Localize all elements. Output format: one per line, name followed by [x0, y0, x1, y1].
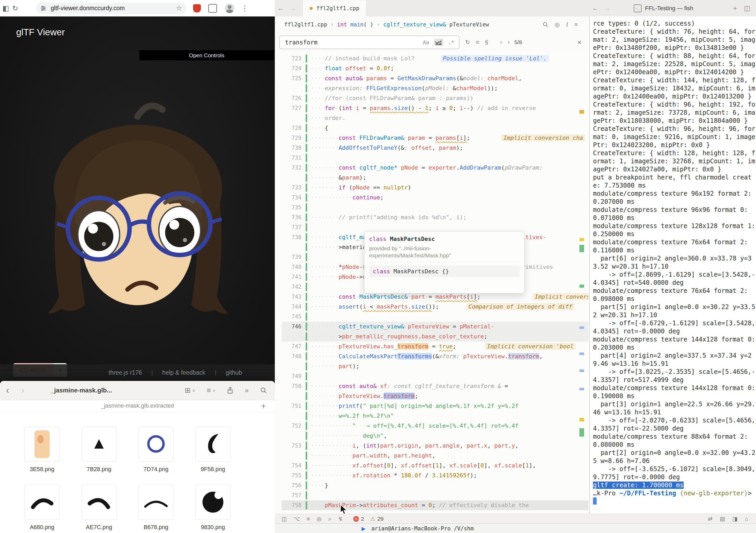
previous-match-icon[interactable]: ‹: [500, 39, 502, 46]
code-line[interactable]: 756····}: [282, 481, 588, 491]
terminal-output[interactable]: rce types: 0 (1/2, success)CreateTexture…: [590, 16, 756, 497]
code-line[interactable]: ····order.: [282, 113, 588, 123]
symbol-outline-icon[interactable]: ◎: [554, 21, 560, 28]
file-item[interactable]: B678.png: [127, 485, 184, 533]
file-thumbnail[interactable]: [138, 485, 174, 520]
breadcrumb[interactable]: ffl2gltf1.cpp › int main( ) › cgltf_text…: [275, 16, 588, 33]
terminal-nav-back-icon[interactable]: ←: [589, 4, 601, 12]
selection-search-icon[interactable]: §: [485, 39, 488, 46]
code-line[interactable]: 747········pTextureView.has_transform·=·…: [282, 342, 588, 351]
code-line[interactable]: 758····pMaskPrim->attributes_count·=·0;·…: [282, 500, 588, 510]
file-item[interactable]: 7D74.png: [127, 427, 184, 485]
code-line[interactable]: 757: [282, 491, 588, 500]
assistant-icon[interactable]: ⌂: [745, 516, 748, 522]
icon-view-button[interactable]: ⊞∨: [185, 386, 195, 395]
code-line[interactable]: ····expression:·FFLGetExpression(pModel:…: [282, 83, 588, 93]
ublock-extension-icon[interactable]: [193, 4, 201, 13]
collab-icon[interactable]: ◎: [317, 516, 321, 522]
tab-ffl2gltf1[interactable]: ffl2gltf1.cpp: [303, 0, 366, 16]
refresh-icon[interactable]: ↻: [10, 4, 21, 13]
code-line[interactable]: 723····//·instead·build·mask·Lol?Possibl…: [282, 54, 588, 64]
code-line[interactable]: 737: [282, 222, 588, 232]
code-line[interactable]: 726····//for·(const·FFLDrawParam&·param·…: [282, 93, 588, 103]
file-thumbnail[interactable]: [195, 427, 230, 462]
nav-back-icon[interactable]: ←: [275, 4, 287, 12]
code-line[interactable]: 753············i,·(int)part.origin,·part…: [282, 441, 588, 451]
code-line[interactable]: 727····for·(int·i·=·params.size()·-·1;·i…: [282, 103, 588, 113]
search-input[interactable]: transform Aa wd .*: [279, 36, 460, 49]
browser-menu-icon[interactable]: ⋮: [241, 4, 248, 13]
code-line[interactable]: ········pTextureView.transform;: [282, 391, 588, 401]
url-text[interactable]: gltf-viewer.donmccurdy.com: [51, 5, 176, 12]
quick-actions-icon[interactable]: ↯: [338, 516, 343, 522]
editor-scrollbar[interactable]: [579, 52, 586, 514]
file-item[interactable]: 9F58.png: [184, 427, 241, 485]
code-line[interactable]: ········&param);: [282, 173, 588, 182]
code-line[interactable]: 752············"···→·off=[%.4f,%.4f]·sca…: [282, 421, 588, 431]
terminal-toggle-icon[interactable]: ▤: [720, 516, 725, 522]
filter-icon[interactable]: ≡: [476, 39, 479, 46]
code-line[interactable]: 735: [282, 203, 588, 212]
regex-toggle[interactable]: .*: [448, 39, 454, 45]
search-query-text[interactable]: transform: [285, 39, 423, 46]
code-line[interactable]: 736········//·printf("adding·mask·idx·%d…: [282, 212, 588, 222]
file-thumbnail[interactable]: [25, 427, 60, 462]
inlay-hints-icon[interactable]: I: [566, 21, 568, 28]
file-item[interactable]: 3E58.png: [14, 427, 70, 485]
code-line[interactable]: 744········assert(i·<·maskParts.size());…: [282, 302, 588, 312]
footer-link[interactable]: three.js r176: [109, 369, 142, 376]
nav-forward-icon[interactable]: →: [287, 4, 299, 12]
outline-icon[interactable]: ≡: [307, 516, 310, 522]
project-panel-icon[interactable]: ◫: [282, 516, 287, 522]
code-line[interactable]: 729········const·FFLDrawParam&·param·=·p…: [282, 133, 588, 143]
address-bar[interactable]: gltf-viewer.donmccurdy.com ☆: [36, 3, 186, 14]
site-settings-icon[interactable]: [40, 5, 46, 12]
terminal-panel[interactable]: rce types: 0 (1/2, success)CreateTexture…: [589, 16, 756, 514]
back-button[interactable]: ‹: [0, 385, 15, 396]
file-thumbnail[interactable]: [82, 427, 117, 462]
file-item[interactable]: 7B28.png: [70, 427, 127, 485]
code-line[interactable]: 748········CalculateMaskPartTransforms(&…: [282, 351, 588, 361]
right-dock-toggle-icon[interactable]: ◨: [732, 516, 738, 522]
code-line[interactable]: 733········if·(pNode·==·nullptr): [282, 182, 588, 193]
file-item[interactable]: 9830.png: [184, 485, 241, 533]
file-thumbnail[interactable]: [195, 485, 230, 520]
more-toolbar-icon[interactable]: »: [245, 386, 249, 395]
file-thumbnail[interactable]: [25, 485, 60, 520]
code-line[interactable]: ········w=%.2f·h=%.2f\n": [282, 411, 588, 421]
case-sensitive-toggle[interactable]: Aa: [423, 39, 429, 45]
code-line[interactable]: 755············xf.rotation·*·180.0f·/·3.…: [282, 470, 588, 481]
search-close-icon[interactable]: ×: [578, 39, 581, 46]
code-line[interactable]: 731: [282, 153, 588, 163]
footer-link[interactable]: github: [226, 369, 242, 376]
whole-word-toggle[interactable]: wd: [434, 39, 443, 46]
next-match-icon[interactable]: ›: [508, 39, 510, 46]
buffer-search-icon[interactable]: [543, 22, 548, 27]
diagnostics-summary[interactable]: × 2 ⚠ 29: [353, 516, 384, 522]
forward-button[interactable]: ›: [15, 385, 30, 396]
code-line[interactable]: 730········AddOffsetToPlaneY(&:·offset,·…: [282, 143, 588, 153]
new-terminal-icon[interactable]: +: [733, 4, 737, 12]
code-line[interactable]: 751········printf("·part[%d]·origin=%d·a…: [282, 401, 588, 411]
code-line[interactable]: ········part);: [282, 361, 588, 371]
bookmark-star-icon[interactable]: ☆: [176, 4, 182, 12]
code-line[interactable]: 725····const·auto&·params·=·GetMaskDrawP…: [282, 73, 588, 83]
terminal-tab[interactable]: ›_ FFL-Testing — fish: [634, 4, 693, 12]
code-line[interactable]: 746········cgltf_texture_view&·pTextureV…: [282, 322, 588, 331]
code-line[interactable]: 749: [282, 371, 588, 381]
profile-avatar[interactable]: [225, 4, 234, 13]
code-line[interactable]: 732········const·cgltf_node*·pNode·=·exp…: [282, 163, 588, 173]
file-thumbnail[interactable]: [138, 427, 174, 462]
code-line[interactable]: 754············xf.offset[0],·xf.offset[1…: [282, 461, 588, 470]
extension-icon[interactable]: [208, 4, 217, 13]
file-thumbnail[interactable]: [82, 485, 117, 520]
code-line[interactable]: 734············continue;: [282, 193, 588, 203]
file-item[interactable]: AE7C.png: [70, 485, 127, 533]
open-controls-button[interactable]: Open Controls: [139, 50, 274, 60]
split-pane-icon[interactable]: ◫: [744, 4, 750, 12]
copilot-icon[interactable]: ⇄: [708, 516, 713, 522]
code-line[interactable]: 724····float·offset·=·0.0f;: [282, 64, 588, 73]
group-view-button[interactable]: ≡∨: [207, 386, 215, 395]
share-icon[interactable]: [227, 387, 233, 394]
search-icon[interactable]: [260, 387, 267, 394]
